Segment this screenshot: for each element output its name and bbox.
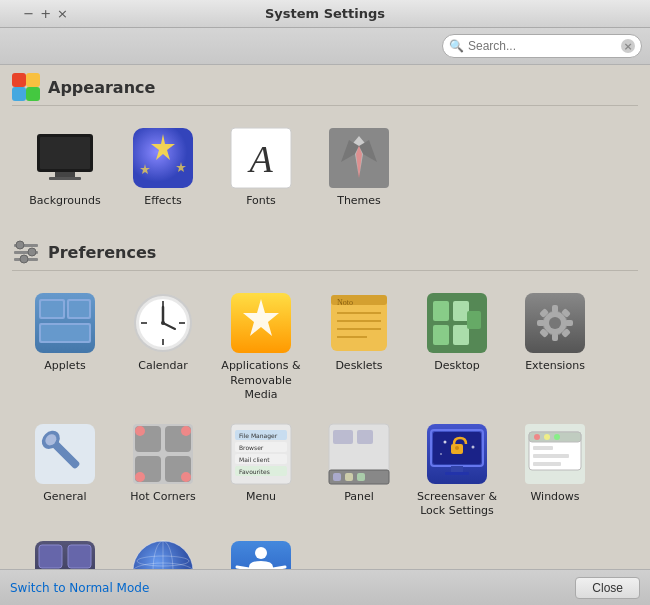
svg-rect-93: [345, 473, 353, 481]
svg-line-131: [237, 567, 249, 569]
svg-point-103: [440, 453, 442, 455]
svg-rect-32: [41, 325, 89, 341]
svg-text:A: A: [246, 138, 273, 180]
svg-point-113: [554, 434, 560, 440]
appearance-section: Appearance Backgrounds: [0, 65, 650, 230]
panel-item[interactable]: Panel: [314, 416, 404, 525]
extensions-item[interactable]: Extensions: [510, 285, 600, 408]
preferences-title: Preferences: [48, 243, 156, 262]
close-titlebar-button[interactable]: ×: [57, 6, 68, 21]
menu-item[interactable]: File Manager Browser Mail client Favouri…: [216, 416, 306, 525]
svg-rect-114: [533, 446, 553, 450]
backgrounds-item[interactable]: Backgrounds: [20, 120, 110, 214]
applications-removable-media-label: Applications &RemovableMedia: [221, 359, 300, 402]
extensions-icon: [523, 291, 587, 355]
svg-line-132: [273, 567, 285, 569]
desktop-icon: [425, 291, 489, 355]
svg-rect-62: [537, 320, 545, 326]
regional-settings-item[interactable]: RegionalSettings: [118, 533, 208, 569]
hot-corners-item[interactable]: Hot Corners: [118, 416, 208, 525]
search-clear-button[interactable]: ×: [621, 39, 635, 53]
calendar-item[interactable]: Calendar: [118, 285, 208, 408]
svg-rect-55: [453, 325, 469, 345]
svg-point-107: [455, 446, 459, 450]
search-input[interactable]: [468, 39, 621, 53]
minimize-button[interactable]: −: [23, 6, 34, 21]
desklets-icon: Noto: [327, 291, 391, 355]
fonts-icon: A: [229, 126, 293, 190]
svg-rect-5: [40, 137, 90, 169]
svg-rect-119: [68, 545, 91, 568]
preferences-grid: Applets: [12, 281, 638, 569]
windows-item[interactable]: Windows: [510, 416, 600, 525]
bottombar: Switch to Normal Mode Close: [0, 569, 650, 605]
search-icon: 🔍: [449, 39, 464, 53]
themes-label: Themes: [337, 194, 381, 208]
menu-icon: File Manager Browser Mail client Favouri…: [229, 422, 293, 486]
svg-rect-2: [12, 87, 26, 101]
windows-label: Windows: [530, 490, 579, 504]
svg-point-79: [135, 472, 145, 482]
close-button[interactable]: Close: [575, 577, 640, 599]
svg-rect-56: [467, 311, 481, 329]
applets-icon: [33, 291, 97, 355]
universal-access-item[interactable]: Universal Access: [216, 533, 306, 569]
hot-corners-icon: [131, 422, 195, 486]
preferences-section: Preferences: [0, 230, 650, 569]
svg-rect-95: [333, 430, 353, 444]
svg-rect-104: [451, 466, 463, 472]
applications-removable-media-item[interactable]: Applications &RemovableMedia: [216, 285, 306, 408]
svg-point-80: [181, 472, 191, 482]
desklets-item[interactable]: Noto Desklets: [314, 285, 404, 408]
svg-text:Noto: Noto: [337, 298, 353, 307]
workspaces-icon: [33, 539, 97, 569]
appearance-icon: [12, 73, 40, 101]
applets-item[interactable]: Applets: [20, 285, 110, 408]
svg-rect-105: [445, 472, 469, 475]
appearance-grid: Backgrounds: [12, 116, 638, 218]
svg-point-23: [28, 248, 36, 256]
panel-icon: [327, 422, 391, 486]
svg-rect-61: [552, 333, 558, 341]
desktop-item[interactable]: Desktop: [412, 285, 502, 408]
svg-point-130: [255, 547, 267, 559]
svg-point-111: [534, 434, 540, 440]
svg-text:Favourites: Favourites: [239, 468, 270, 475]
themes-item[interactable]: Themes: [314, 120, 404, 214]
calendar-icon: [131, 291, 195, 355]
svg-text:File Manager: File Manager: [239, 432, 278, 440]
screensaver-lock-icon: [425, 422, 489, 486]
main-content: Appearance Backgrounds: [0, 65, 650, 569]
svg-point-25: [20, 255, 28, 263]
regional-settings-icon: [131, 539, 195, 569]
svg-rect-53: [433, 325, 449, 345]
svg-rect-0: [12, 73, 26, 87]
calendar-label: Calendar: [138, 359, 187, 373]
effects-icon: [131, 126, 195, 190]
windows-icon: [523, 422, 587, 486]
workspaces-item[interactable]: Workspaces: [20, 533, 110, 569]
titlebar: − + × System Settings: [0, 0, 650, 28]
general-item[interactable]: General: [20, 416, 110, 525]
screensaver-lock-label: Screensaver &Lock Settings: [417, 490, 497, 519]
fonts-label: Fonts: [246, 194, 276, 208]
svg-point-100: [444, 441, 447, 444]
backgrounds-label: Backgrounds: [29, 194, 100, 208]
preferences-icon: [12, 238, 40, 266]
appearance-title: Appearance: [48, 78, 155, 97]
effects-item[interactable]: Effects: [118, 120, 208, 214]
maximize-button[interactable]: +: [40, 6, 51, 21]
fonts-item[interactable]: A Fonts: [216, 120, 306, 214]
svg-point-59: [549, 317, 561, 329]
svg-text:Mail client: Mail client: [239, 456, 270, 463]
svg-rect-63: [565, 320, 573, 326]
svg-rect-60: [552, 305, 558, 313]
svg-point-78: [181, 426, 191, 436]
svg-point-112: [544, 434, 550, 440]
svg-rect-54: [453, 301, 469, 321]
screensaver-lock-item[interactable]: Screensaver &Lock Settings: [412, 416, 502, 525]
applications-removable-media-icon: [229, 291, 293, 355]
svg-rect-28: [41, 301, 63, 317]
svg-point-102: [472, 446, 475, 449]
switch-mode-link[interactable]: Switch to Normal Mode: [10, 581, 149, 595]
